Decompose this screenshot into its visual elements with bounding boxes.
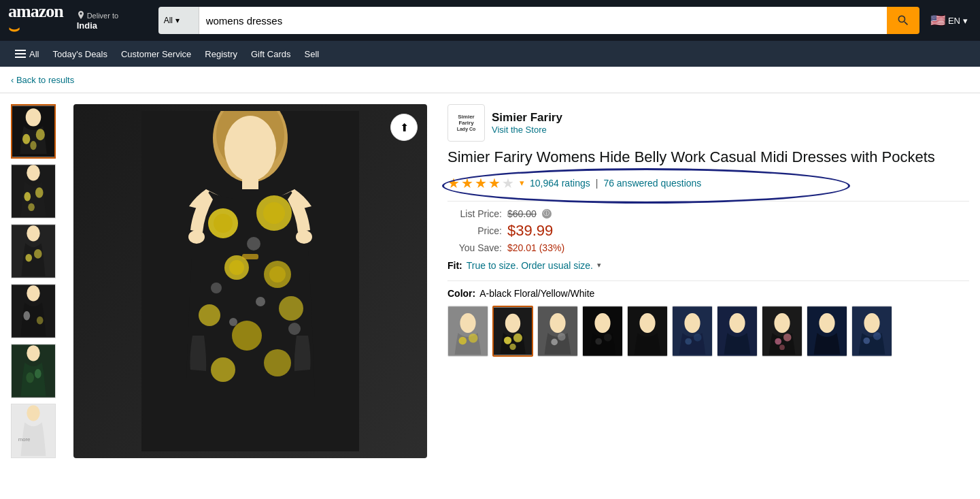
brand-logo: Simier Fariry Lady Co xyxy=(447,104,485,142)
swatch-8[interactable] xyxy=(762,306,802,357)
svg-point-3 xyxy=(36,129,45,140)
svg-point-52 xyxy=(460,313,475,333)
amazon-smile: ⌣ xyxy=(8,19,19,39)
dress-main-svg xyxy=(141,111,359,451)
swatch-svg-4 xyxy=(583,306,622,356)
thumbnail-1[interactable] xyxy=(11,104,56,159)
svg-point-41 xyxy=(211,357,235,382)
swatch-5[interactable] xyxy=(627,306,668,357)
nav-todays-deals[interactable]: Today's Deals xyxy=(46,44,114,65)
svg-point-58 xyxy=(513,334,522,342)
svg-point-35 xyxy=(229,260,244,275)
svg-point-23 xyxy=(27,405,39,421)
swatch-svg-9 xyxy=(807,306,847,356)
thumbnail-4[interactable] xyxy=(11,284,56,338)
star-1: ★ xyxy=(447,175,460,191)
svg-point-19 xyxy=(27,345,39,361)
nav-all-menu[interactable]: All xyxy=(8,44,46,65)
svg-point-84 xyxy=(864,313,879,333)
thumbnail-2[interactable] xyxy=(11,164,56,219)
thumbnail-3[interactable] xyxy=(11,224,56,278)
svg-point-63 xyxy=(558,333,566,341)
swatch-6[interactable] xyxy=(672,306,713,357)
fit-chevron-icon[interactable]: ▾ xyxy=(597,261,601,270)
color-label: Color: xyxy=(447,288,475,299)
svg-point-45 xyxy=(288,323,301,335)
visit-store-link[interactable]: Visit the Store xyxy=(492,125,562,135)
star-5: ★ xyxy=(502,175,514,191)
svg-point-57 xyxy=(504,336,511,344)
color-swatches xyxy=(447,306,969,357)
svg-point-16 xyxy=(23,311,30,321)
current-price-label: Price: xyxy=(447,225,502,236)
svg-point-56 xyxy=(505,314,520,333)
svg-point-78 xyxy=(775,338,781,344)
svg-point-69 xyxy=(639,313,655,333)
thumbnail-6[interactable]: more xyxy=(11,404,56,458)
dropdown-arrow-icon: ▾ xyxy=(175,16,180,25)
svg-point-46 xyxy=(256,297,265,306)
thumbnail-5[interactable] xyxy=(11,344,56,398)
swatch-7[interactable] xyxy=(717,306,758,357)
back-bar: ‹ Back to results xyxy=(0,67,980,93)
svg-rect-29 xyxy=(242,176,258,189)
svg-point-21 xyxy=(35,369,41,379)
share-button[interactable]: ⬆ xyxy=(390,114,418,141)
nav-customer-service[interactable]: Customer Service xyxy=(114,44,198,65)
search-input[interactable] xyxy=(199,7,887,34)
thumb-dress-svg-5 xyxy=(12,344,55,398)
fit-label: Fit: xyxy=(447,260,462,271)
flag-icon: 🇺🇸 xyxy=(930,13,945,28)
swatch-2[interactable] xyxy=(492,306,533,357)
thumb-dress-svg-2 xyxy=(12,165,55,218)
swatch-9[interactable] xyxy=(807,306,847,357)
back-to-results-link[interactable]: ‹ Back to results xyxy=(11,75,74,85)
nav-sell[interactable]: Sell xyxy=(298,44,326,65)
svg-point-37 xyxy=(269,266,286,283)
swatch-4[interactable] xyxy=(582,306,623,357)
current-price-value: $39.99 xyxy=(507,222,553,240)
swatch-svg-10 xyxy=(852,306,892,356)
answered-questions[interactable]: 76 answered questions xyxy=(603,178,701,189)
deliver-to[interactable]: Deliver to India xyxy=(77,11,152,31)
swatch-10[interactable] xyxy=(851,306,892,357)
swatch-1[interactable] xyxy=(447,306,488,357)
deliver-top-line: Deliver to xyxy=(77,11,152,20)
svg-point-2 xyxy=(22,134,30,144)
svg-text:more: more xyxy=(18,436,31,442)
search-button[interactable] xyxy=(887,7,919,34)
svg-point-85 xyxy=(863,337,870,344)
swatch-svg-1 xyxy=(448,306,488,356)
brand-name: Simier Fariry xyxy=(492,111,562,125)
search-category-dropdown[interactable]: All ▾ xyxy=(158,7,199,34)
product-title: Simier Fariry Womens Hide Belly Work Cas… xyxy=(447,147,969,168)
amazon-logo[interactable]: amazon⌣ xyxy=(8,3,63,38)
lang-dropdown-arrow: ▾ xyxy=(963,16,968,26)
main-image-container: ⬆ xyxy=(73,104,427,458)
nav-gift-cards[interactable]: Gift Cards xyxy=(244,44,298,65)
rating-dropdown[interactable]: ▾ xyxy=(520,178,524,188)
list-price-label: List Price: xyxy=(447,208,502,219)
svg-point-65 xyxy=(594,313,610,333)
swatch-3[interactable] xyxy=(537,306,578,357)
star-4: ★ xyxy=(488,175,501,191)
svg-point-66 xyxy=(595,338,602,344)
svg-point-38 xyxy=(199,304,220,326)
ratings-count[interactable]: 10,964 ratings xyxy=(530,178,590,189)
svg-point-82 xyxy=(819,313,834,333)
language-selector[interactable]: 🇺🇸 EN ▾ xyxy=(926,13,972,28)
svg-point-7 xyxy=(24,192,31,202)
lang-label: EN xyxy=(948,16,960,26)
svg-rect-48 xyxy=(242,254,258,259)
nav-registry[interactable]: Registry xyxy=(198,44,244,65)
list-price-info-icon[interactable]: ⓘ xyxy=(542,209,552,219)
ratings-row: ★ ★ ★ ★ ★ ▾ 10,964 ratings | 76 answered… xyxy=(447,175,969,191)
you-save-value: $20.01 (33%) xyxy=(507,242,564,253)
svg-point-50 xyxy=(296,230,312,244)
fit-value[interactable]: True to size. Order usual size. xyxy=(467,260,593,271)
svg-point-9 xyxy=(28,203,35,211)
color-row: Color: A-black Floral/Yellow/White xyxy=(447,288,969,299)
brand-name-block: Simier Fariry Visit the Store xyxy=(492,111,562,135)
fit-row: Fit: True to size. Order usual size. ▾ xyxy=(447,260,969,271)
svg-point-40 xyxy=(232,321,262,351)
